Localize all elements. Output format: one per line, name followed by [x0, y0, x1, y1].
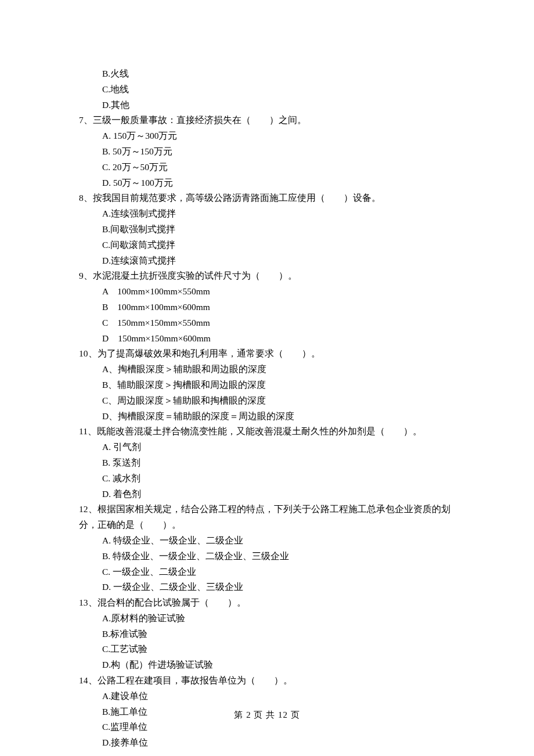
q8-stem: 8、按我国目前规范要求，高等级公路沥青路面施工应使用（ ）设备。	[79, 191, 455, 206]
q12-stem-line2: 分，正确的是（ ）。	[79, 518, 455, 532]
q12-option-b: B. 特级企业、一级企业、二级企业、三级企业	[79, 549, 455, 564]
q13-stem: 13、混合料的配合比试验属于（ ）。	[79, 596, 455, 610]
document-content: B.火线 C.地线 D.其他 7、三级一般质量事故：直接经济损失在（ ）之间。 …	[79, 67, 455, 750]
q14-stem: 14、公路工程在建项目，事故报告单位为（ ）。	[79, 674, 455, 688]
page-footer: 第 2 页 共 12 页	[0, 708, 534, 722]
q14-option-d: D.接养单位	[79, 736, 455, 750]
q13-option-a: A.原材料的验证试验	[79, 611, 455, 626]
q7-stem: 7、三级一般质量事故：直接经济损失在（ ）之间。	[79, 113, 455, 128]
q9-option-a: A 100mm×100mm×550mm	[79, 285, 455, 299]
q7-option-c: C. 20万～50万元	[79, 160, 455, 175]
q6-option-b: B.火线	[79, 67, 455, 81]
q10-option-a: A、掏槽眼深度＞辅助眼和周边眼的深度	[79, 362, 455, 377]
q10-option-c: C、周边眼深度＞辅助眼和掏槽眼的深度	[79, 394, 455, 408]
q10-stem: 10、为了提高爆破效果和炮孔利用率，通常要求（ ）。	[79, 347, 455, 361]
q11-option-a: A. 引气剂	[79, 440, 455, 455]
q11-option-b: B. 泵送剂	[79, 456, 455, 470]
q14-option-a: A.建设单位	[79, 689, 455, 704]
q9-option-b: B 100mm×100mm×600mm	[79, 300, 455, 315]
q11-stem: 11、既能改善混凝土拌合物流变性能，又能改善混凝土耐久性的外加剂是（ ）。	[79, 424, 455, 439]
q13-option-d: D.构（配）件进场验证试验	[79, 658, 455, 672]
q8-option-c: C.间歇滚筒式搅拌	[79, 238, 455, 253]
q8-option-a: A.连续强制式搅拌	[79, 207, 455, 221]
q13-option-b: B.标准试验	[79, 627, 455, 642]
q11-option-c: C. 减水剂	[79, 471, 455, 486]
q10-option-b: B、辅助眼深度＞掏槽眼和周边眼的深度	[79, 378, 455, 393]
q7-option-d: D. 50万～100万元	[79, 176, 455, 190]
q7-option-a: A. 150万～300万元	[79, 129, 455, 143]
q8-option-b: B.间歇强制式搅拌	[79, 222, 455, 237]
q6-option-c: C.地线	[79, 82, 455, 97]
q12-option-d: D. 一级企业、二级企业、三级企业	[79, 580, 455, 595]
q14-option-c: C.监理单位	[79, 720, 455, 735]
q13-option-c: C.工艺试验	[79, 642, 455, 657]
q10-option-d: D、掏槽眼深度＝辅助眼的深度＝周边眼的深度	[79, 409, 455, 424]
q12-option-c: C. 一级企业、二级企业	[79, 565, 455, 579]
q6-option-d: D.其他	[79, 98, 455, 113]
q12-stem-line1: 12、根据国家相关规定，结合公路工程的特点，下列关于公路工程施工总承包企业资质的…	[79, 502, 455, 517]
q9-option-d: D 150mm×150mm×600mm	[79, 332, 455, 346]
q12-option-a: A. 特级企业、一级企业、二级企业	[79, 534, 455, 548]
q9-stem: 9、水泥混凝土抗折强度实验的试件尺寸为（ ）。	[79, 269, 455, 283]
q11-option-d: D. 着色剂	[79, 487, 455, 502]
q8-option-d: D.连续滚筒式搅拌	[79, 254, 455, 268]
q7-option-b: B. 50万～150万元	[79, 145, 455, 159]
q9-option-c: C 150mm×150mm×550mm	[79, 316, 455, 330]
